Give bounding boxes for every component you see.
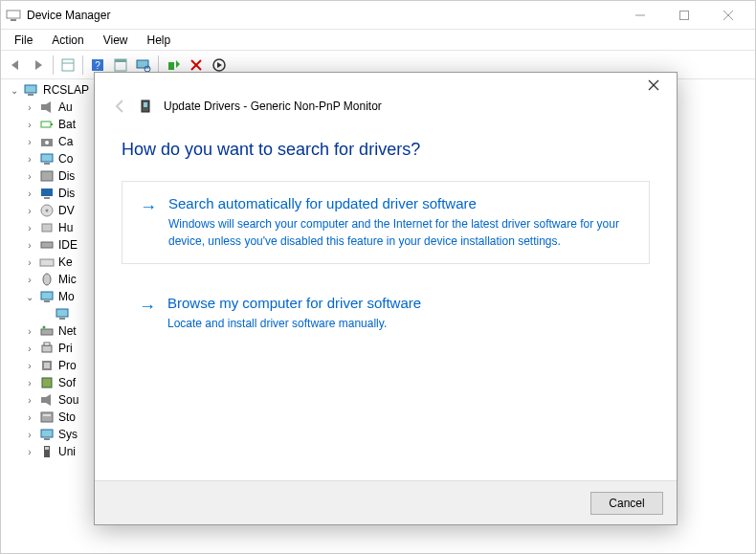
menubar: File Action View Help	[1, 30, 755, 51]
svg-point-36	[46, 210, 49, 212]
chevron-right-icon[interactable]: ›	[24, 343, 35, 354]
chevron-right-icon[interactable]: ›	[24, 447, 35, 457]
arrow-right-icon: →	[140, 197, 157, 217]
svg-rect-22	[25, 85, 36, 93]
svg-rect-63	[144, 102, 147, 107]
chevron-right-icon[interactable]: ›	[24, 395, 35, 406]
minimize-button[interactable]	[618, 1, 662, 30]
svg-rect-37	[42, 224, 52, 232]
chevron-right-icon[interactable]: ›	[24, 240, 35, 251]
maximize-button[interactable]	[662, 1, 706, 30]
window-title: Device Manager	[27, 9, 618, 22]
svg-rect-27	[51, 123, 53, 125]
option-search-automatically[interactable]: → Search automatically for updated drive…	[122, 181, 650, 264]
svg-rect-41	[41, 292, 53, 299]
print-icon	[39, 341, 55, 356]
computer-icon	[39, 151, 55, 166]
chevron-right-icon[interactable]: ›	[24, 275, 35, 285]
svg-rect-1	[11, 19, 16, 21]
dvd-icon	[39, 203, 55, 218]
svg-point-46	[43, 326, 46, 329]
cancel-button[interactable]: Cancel	[590, 492, 663, 515]
tree-root-label: RCSLAP	[43, 83, 89, 97]
back-button[interactable]	[5, 55, 26, 76]
svg-rect-56	[41, 430, 53, 437]
device-manager-window: Device Manager File Action View Help ?	[0, 0, 756, 554]
option-description: Windows will search your computer and th…	[168, 215, 632, 250]
svg-marker-6	[11, 60, 18, 70]
app-icon	[6, 8, 21, 23]
svg-rect-23	[28, 94, 33, 96]
titlebar: Device Manager	[1, 1, 755, 30]
chevron-right-icon[interactable]: ›	[24, 223, 35, 233]
chevron-right-icon[interactable]: ›	[24, 257, 35, 268]
chevron-right-icon[interactable]: ›	[24, 171, 35, 182]
chevron-down-icon[interactable]: ⌄	[24, 292, 35, 302]
svg-rect-48	[44, 343, 50, 345]
svg-rect-16	[168, 62, 174, 70]
svg-rect-13	[115, 59, 126, 62]
chevron-right-icon[interactable]: ›	[24, 326, 35, 337]
svg-rect-14	[137, 60, 148, 68]
svg-rect-3	[680, 11, 689, 19]
toolbar-separator	[53, 55, 54, 75]
option-title: Search automatically for updated driver …	[168, 195, 632, 211]
soft-icon	[39, 375, 55, 390]
system-icon	[39, 427, 55, 442]
monitor-icon	[39, 289, 55, 304]
svg-rect-54	[41, 412, 53, 422]
chevron-right-icon[interactable]: ›	[24, 412, 35, 423]
chevron-right-icon[interactable]: ›	[24, 378, 35, 388]
chevron-right-icon[interactable]: ›	[24, 188, 35, 199]
tree-item-label: Uni	[58, 445, 76, 458]
menu-view[interactable]: View	[94, 32, 138, 49]
chevron-right-icon[interactable]: ›	[24, 206, 35, 216]
display-icon	[39, 186, 55, 201]
chevron-right-icon[interactable]: ›	[24, 102, 35, 113]
monitor-icon	[55, 306, 70, 321]
close-button[interactable]	[706, 1, 750, 30]
chevron-right-icon[interactable]: ›	[24, 361, 35, 371]
svg-rect-26	[41, 122, 51, 127]
dialog-close-button[interactable]	[634, 74, 673, 97]
mouse-icon	[39, 272, 55, 287]
option-browse-my-computer[interactable]: → Browse my computer for driver software…	[122, 281, 650, 345]
dialog-titlebar	[95, 73, 677, 98]
chevron-down-icon[interactable]: ⌄	[9, 85, 20, 96]
dialog-footer: Cancel	[95, 480, 677, 524]
svg-rect-57	[44, 438, 50, 440]
chevron-right-icon[interactable]: ›	[24, 154, 35, 165]
menu-help[interactable]: Help	[138, 32, 181, 49]
svg-point-40	[43, 274, 51, 285]
disk-icon	[39, 168, 55, 184]
chevron-right-icon[interactable]: ›	[24, 430, 35, 440]
show-hide-tree-button[interactable]	[57, 55, 78, 76]
svg-rect-34	[44, 197, 50, 199]
svg-rect-55	[43, 414, 51, 416]
option-description: Locate and install driver software manua…	[167, 315, 633, 332]
camera-icon	[39, 134, 55, 149]
tree-item-label: Co	[58, 152, 73, 166]
chevron-right-icon[interactable]: ›	[24, 137, 35, 147]
sound2-icon	[39, 392, 55, 408]
menu-file[interactable]: File	[5, 32, 42, 49]
dialog-header: Update Drivers - Generic Non-PnP Monitor	[95, 98, 677, 122]
menu-action[interactable]: Action	[42, 32, 93, 49]
dialog-title: Update Drivers - Generic Non-PnP Monitor	[164, 100, 382, 113]
chevron-right-icon[interactable]: ›	[24, 120, 35, 130]
tree-item-label: Sto	[58, 410, 76, 424]
tree-item-label: DV	[58, 204, 75, 217]
monitor-icon	[139, 99, 154, 114]
svg-rect-32	[41, 171, 53, 181]
tree-item-label: Mo	[58, 290, 75, 303]
svg-rect-59	[45, 447, 49, 450]
forward-button[interactable]	[28, 55, 49, 76]
tree-item-label: Bat	[58, 118, 76, 131]
tree-item-label: Sof	[58, 376, 76, 389]
tree-item-label: Ca	[58, 135, 73, 148]
svg-rect-38	[41, 242, 53, 248]
dialog-back-button	[112, 98, 129, 115]
tree-item-label: Dis	[58, 187, 75, 200]
keyboard-icon	[39, 255, 55, 270]
svg-rect-30	[41, 154, 53, 162]
